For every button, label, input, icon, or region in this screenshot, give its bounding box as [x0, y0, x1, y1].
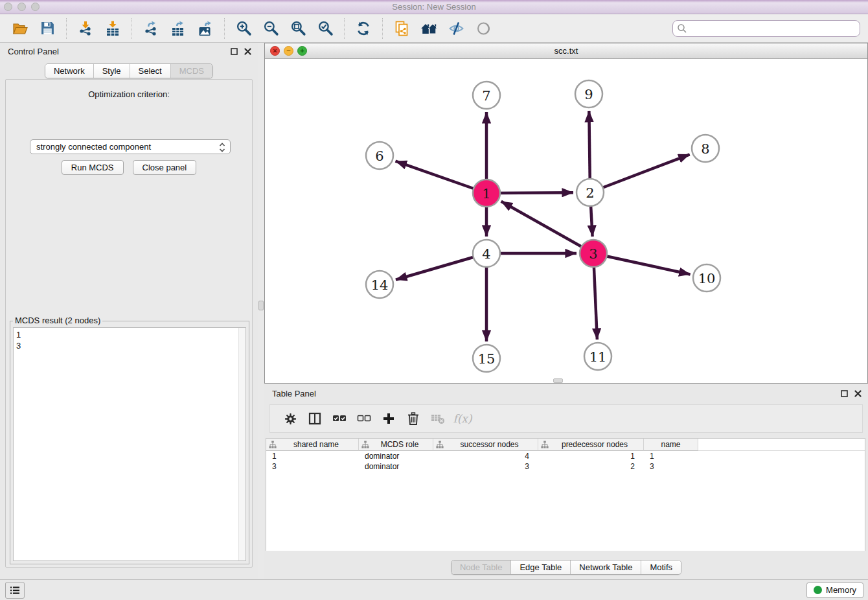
result-scrollbar[interactable] [238, 328, 246, 560]
zoom-selected-icon[interactable] [314, 17, 337, 40]
table-cell[interactable]: 4 [433, 452, 538, 461]
table-row[interactable]: 1dominator411 [266, 451, 865, 461]
run-mcds-button[interactable]: Run MCDS [62, 160, 124, 175]
node-4[interactable]: 4 [473, 240, 500, 267]
node-2[interactable]: 2 [577, 179, 604, 206]
delete-column-icon[interactable] [402, 408, 424, 430]
tab-style[interactable]: Style [93, 64, 130, 78]
node-10[interactable]: 10 [693, 264, 720, 292]
column-header-successor-nodes[interactable]: successor nodes [433, 439, 538, 451]
column-header-shared-name[interactable]: shared name [266, 439, 359, 451]
gear-icon[interactable] [279, 408, 301, 430]
tab-edge-table[interactable]: Edge Table [510, 560, 570, 574]
table-cell[interactable]: dominator [359, 462, 433, 471]
select-all-icon[interactable] [328, 408, 350, 430]
search-input[interactable] [672, 20, 860, 37]
edge-1-6[interactable] [396, 161, 486, 193]
table-cell[interactable]: 1 [644, 452, 698, 461]
application-window: Session: New Session [0, 0, 868, 600]
save-session-icon[interactable] [36, 17, 59, 40]
svg-text:8: 8 [701, 141, 709, 157]
svg-text:10: 10 [698, 271, 716, 286]
hide-eye-icon[interactable] [444, 17, 468, 40]
column-header-predecessor-nodes[interactable]: predecessor nodes [538, 439, 644, 451]
table-cell[interactable]: 3 [644, 462, 698, 471]
function-builder-icon: f(x) [451, 408, 474, 430]
import-table-icon[interactable] [101, 17, 124, 40]
task-history-button[interactable] [5, 582, 25, 599]
tab-select[interactable]: Select [130, 64, 170, 78]
search-icon [677, 23, 687, 34]
edge-3-1[interactable] [501, 202, 593, 253]
columns-icon[interactable] [304, 408, 326, 430]
optimization-label: Optimization criterion: [6, 89, 252, 99]
houses-icon[interactable] [417, 17, 440, 40]
edge-3-10[interactable] [593, 253, 691, 274]
mcds-result-text[interactable]: 13 [13, 327, 246, 561]
node-3[interactable]: 3 [580, 240, 607, 267]
shared-column-icon [436, 441, 444, 448]
table-row[interactable]: 3dominator323 [266, 461, 865, 472]
node-1[interactable]: 1 [473, 179, 500, 207]
panel-divider[interactable] [258, 43, 264, 579]
close-panel-button[interactable]: Close panel [133, 160, 197, 175]
search-field-wrap [672, 20, 860, 37]
zoom-in-icon[interactable] [232, 17, 255, 40]
refresh-icon[interactable] [352, 17, 375, 40]
node-9[interactable]: 9 [575, 80, 602, 108]
tab-motifs[interactable]: Motifs [641, 560, 681, 574]
shared-column-icon [541, 441, 549, 448]
control-tabs: NetworkStyleSelectMCDS [45, 63, 213, 78]
table-tabs: Node TableEdge TableNetwork TableMotifs [451, 560, 681, 575]
zoom-out-icon[interactable] [259, 17, 282, 40]
table-cell[interactable]: 3 [433, 462, 538, 471]
node-15[interactable]: 15 [473, 345, 500, 372]
memory-button[interactable]: Memory [806, 583, 863, 598]
node-11[interactable]: 11 [584, 343, 611, 370]
network-minimize-button[interactable]: − [284, 46, 293, 56]
delete-table-icon [427, 408, 449, 430]
node-8[interactable]: 8 [692, 135, 719, 162]
close-panel-icon[interactable] [854, 390, 862, 397]
table-cell[interactable]: dominator [359, 452, 433, 461]
tab-network[interactable]: Network [45, 64, 93, 78]
network-resize-grip[interactable] [553, 378, 563, 383]
table-cell[interactable]: 3 [266, 462, 359, 471]
tab-network-table[interactable]: Network Table [570, 560, 641, 574]
table-cell[interactable]: 2 [538, 462, 644, 471]
table-panel-title: Table Panel [272, 389, 316, 398]
table-cell[interactable]: 1 [266, 452, 359, 461]
table-panel-header: Table Panel [264, 385, 868, 402]
svg-text:11: 11 [589, 349, 607, 365]
export-network-icon[interactable] [139, 17, 163, 40]
float-panel-icon[interactable] [841, 390, 848, 397]
tab-mcds[interactable]: MCDS [170, 64, 212, 78]
add-column-icon[interactable] [378, 408, 400, 430]
toolbar-separator [382, 18, 383, 39]
deselect-all-icon[interactable] [353, 408, 375, 430]
export-table-icon[interactable] [166, 17, 190, 40]
network-zoom-button[interactable]: + [297, 46, 307, 56]
control-panel-header: Control Panel [0, 43, 258, 60]
column-header-mcds-role[interactable]: MCDS role [359, 439, 433, 451]
zoom-fit-icon[interactable] [286, 17, 310, 40]
app-titlebar: Session: New Session [0, 0, 868, 14]
network-close-button[interactable]: × [270, 46, 280, 56]
network-canvas[interactable]: 7968124314101511 [265, 59, 867, 383]
edge-2-8[interactable] [590, 154, 690, 192]
tab-node-table[interactable]: Node Table [451, 560, 511, 574]
export-image-icon[interactable] [194, 17, 217, 40]
node-14[interactable]: 14 [366, 271, 393, 298]
clone-network-icon[interactable] [390, 17, 413, 40]
float-panel-icon[interactable] [231, 48, 238, 55]
import-network-icon[interactable] [74, 17, 97, 40]
close-panel-icon[interactable] [244, 48, 251, 55]
node-7[interactable]: 7 [473, 82, 500, 109]
table-cell[interactable]: 1 [538, 452, 644, 461]
optimization-select[interactable]: strongly connected component [30, 139, 231, 154]
divider-grip-icon[interactable] [258, 301, 264, 310]
node-6[interactable]: 6 [366, 142, 393, 169]
open-session-icon[interactable] [8, 17, 32, 40]
fx-label: f(x) [453, 412, 472, 425]
column-header-name[interactable]: name [644, 439, 698, 451]
